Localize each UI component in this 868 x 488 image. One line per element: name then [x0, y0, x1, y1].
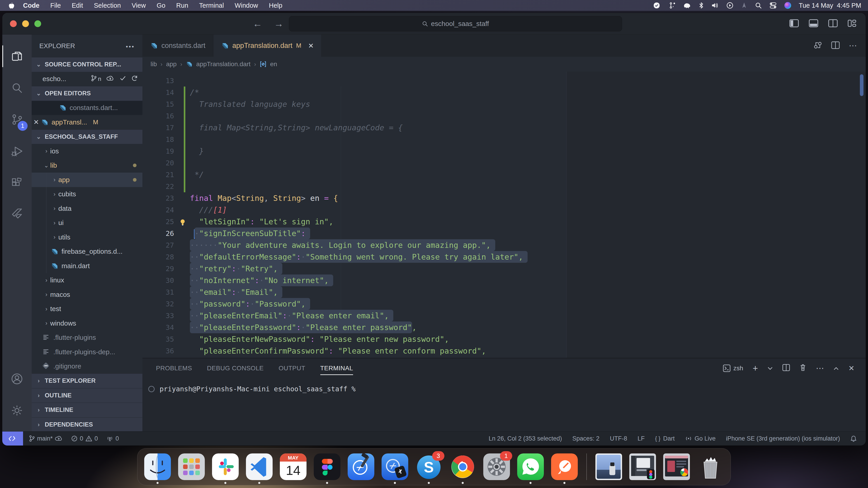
breadcrumb-file[interactable]: appTranslation.dart: [196, 61, 250, 68]
menu-item-view[interactable]: View: [126, 0, 151, 11]
control-center-icon[interactable]: [770, 2, 777, 9]
activity-run-debug-icon[interactable]: [2, 135, 32, 167]
tree-item-main-dart[interactable]: main.dart: [32, 259, 143, 273]
section-open-editors[interactable]: ⌄OPEN EDITORS: [32, 86, 143, 101]
breadcrumb-app[interactable]: app: [166, 61, 177, 68]
accounts-icon[interactable]: [2, 363, 32, 395]
open-changes-icon[interactable]: [813, 41, 822, 50]
breadcrumb-symbol[interactable]: en: [270, 61, 277, 68]
command-center-search[interactable]: eschool_saas_staff: [289, 16, 622, 31]
tree-item-firebase-options-d[interactable]: firebase_options.d...: [32, 245, 143, 259]
bluetooth-icon[interactable]: [699, 2, 704, 9]
activity-source-control-icon[interactable]: 1: [2, 104, 32, 135]
status-encoding[interactable]: UTF-8: [610, 435, 627, 442]
new-terminal-icon[interactable]: +: [753, 363, 758, 373]
tree-item-macos[interactable]: ›macos: [32, 287, 143, 302]
spotlight-icon[interactable]: [755, 2, 762, 9]
problems-status[interactable]: 0 0: [71, 435, 98, 442]
status-eol[interactable]: LF: [638, 435, 645, 442]
dock-finder-icon[interactable]: [144, 453, 171, 480]
split-terminal-icon[interactable]: [782, 364, 790, 373]
breadcrumb[interactable]: lib › app › appTranslation.dart › en: [143, 57, 866, 72]
siri-icon[interactable]: [784, 2, 791, 9]
navigate-forward-icon[interactable]: →: [274, 18, 283, 29]
terminal-shell[interactable]: zsh: [723, 364, 743, 372]
tree-item-data[interactable]: ›data: [32, 201, 143, 216]
section-dependencies[interactable]: ›DEPENDENCIES: [32, 417, 143, 431]
dock-calendar-icon[interactable]: MAY14: [280, 453, 307, 480]
tree-item-app[interactable]: ›app: [32, 173, 143, 187]
menu-item-run[interactable]: Run: [171, 0, 194, 11]
status-device[interactable]: iPhone SE (3rd generation) (ios simulato…: [726, 435, 840, 442]
tree-item-flutter-plugins[interactable]: .flutter-plugins: [32, 330, 143, 345]
tree-item-ui[interactable]: ›ui: [32, 216, 143, 230]
breadcrumb-lib[interactable]: lib: [151, 61, 157, 68]
tree-item-lib[interactable]: ⌄lib: [32, 158, 143, 173]
open-editor-apptransl[interactable]: ✕appTransl...M: [32, 115, 143, 129]
remote-indicator[interactable]: [2, 431, 23, 446]
commit-check-icon[interactable]: [119, 75, 126, 83]
minimize-window-button[interactable]: [22, 20, 29, 27]
navigate-back-icon[interactable]: ←: [253, 18, 262, 29]
dock-trash-icon[interactable]: [697, 453, 724, 480]
ports-status[interactable]: 0: [106, 435, 119, 442]
menu-item-help[interactable]: Help: [264, 0, 288, 11]
play-circle-icon[interactable]: [726, 2, 733, 9]
close-editor-icon[interactable]: ✕: [32, 118, 41, 126]
terminal-content[interactable]: priyansh@Priyanshs-Mac-mini eschool_saas…: [143, 385, 866, 393]
section-source-control-rep[interactable]: ⌄SOURCE CONTROL REP...: [32, 57, 143, 72]
dock-whatsapp-icon[interactable]: [517, 453, 544, 480]
tree-item-linux[interactable]: ›linux: [32, 273, 143, 288]
cloud-upload-icon[interactable]: [106, 75, 114, 83]
dock-launchpad-icon[interactable]: [178, 453, 205, 480]
apple-menu-icon[interactable]: [8, 2, 14, 9]
activity-extensions-icon[interactable]: [2, 167, 32, 199]
toggle-secondary-sidebar-icon[interactable]: [828, 19, 838, 28]
mastodon-icon[interactable]: [683, 2, 691, 9]
panel-tab-debug-console[interactable]: DEBUG CONSOLE: [207, 358, 264, 378]
dock-preview-chrome-thumbnail[interactable]: [663, 453, 690, 480]
zoom-window-button[interactable]: [34, 20, 41, 27]
maximize-panel-icon[interactable]: [833, 365, 839, 372]
panel-tab-terminal[interactable]: TERMINAL: [320, 358, 353, 378]
refresh-icon[interactable]: [131, 75, 138, 83]
menu-item-go[interactable]: Go: [151, 0, 171, 11]
dock-preview-photo-thumbnail[interactable]: [595, 453, 622, 480]
toggle-panel-icon[interactable]: [809, 19, 818, 28]
menu-item-terminal[interactable]: Terminal: [194, 0, 229, 11]
dock-vscode-icon[interactable]: [246, 453, 273, 480]
toggle-primary-sidebar-icon[interactable]: [789, 19, 799, 28]
terminal-dropdown-icon[interactable]: [767, 365, 773, 372]
close-panel-icon[interactable]: ✕: [848, 364, 855, 372]
tree-item-utils[interactable]: ›utils: [32, 230, 143, 245]
dock-figma-icon[interactable]: [314, 453, 340, 480]
activity-explorer-icon[interactable]: [2, 40, 32, 72]
panel-tab-problems[interactable]: PROBLEMS: [156, 358, 192, 378]
status-cursor-position[interactable]: Ln 26, Col 2 (353 selected): [489, 435, 562, 442]
tab-constants-dart[interactable]: constants.dart: [143, 35, 213, 57]
explorer-actions-icon[interactable]: [126, 41, 135, 51]
status-go-live[interactable]: Go Live: [685, 435, 716, 442]
section-timeline[interactable]: ›TIMELINE: [32, 402, 143, 417]
open-editor-constants-dart[interactable]: constants.dart...: [32, 101, 143, 115]
menu-item-code[interactable]: Code: [18, 0, 45, 11]
panel-tab-output[interactable]: OUTPUT: [278, 358, 305, 378]
dock-xcode-icon[interactable]: [348, 453, 374, 480]
tree-item-ios[interactable]: ›ios: [32, 144, 143, 158]
section-test-explorer[interactable]: ›TEST EXPLORER: [32, 373, 143, 388]
tree-item-test[interactable]: ›test: [32, 302, 143, 316]
code-editor[interactable]: 1314/*15 Translated language keys1617 fi…: [143, 72, 866, 358]
panel-more-icon[interactable]: ⋯: [816, 363, 824, 373]
more-actions-icon[interactable]: ⋯: [849, 41, 858, 51]
dock-simulator-icon[interactable]: [381, 453, 408, 480]
close-window-button[interactable]: [10, 20, 17, 27]
dock-preview-figma-thumbnail[interactable]: [629, 453, 656, 480]
repo-row-escho[interactable]: escho...n: [32, 72, 143, 86]
status-language-mode[interactable]: Dart: [655, 435, 675, 442]
tree-item-gitignore[interactable]: .gitignore: [32, 359, 143, 374]
section-outline[interactable]: ›OUTLINE: [32, 388, 143, 403]
check-app-icon[interactable]: [653, 2, 661, 8]
section-eschool-saas-staff[interactable]: ⌄ESCHOOL_SAAS_STAFF: [32, 129, 143, 144]
menu-item-selection[interactable]: Selection: [88, 0, 126, 11]
menu-item-file[interactable]: File: [45, 0, 66, 11]
